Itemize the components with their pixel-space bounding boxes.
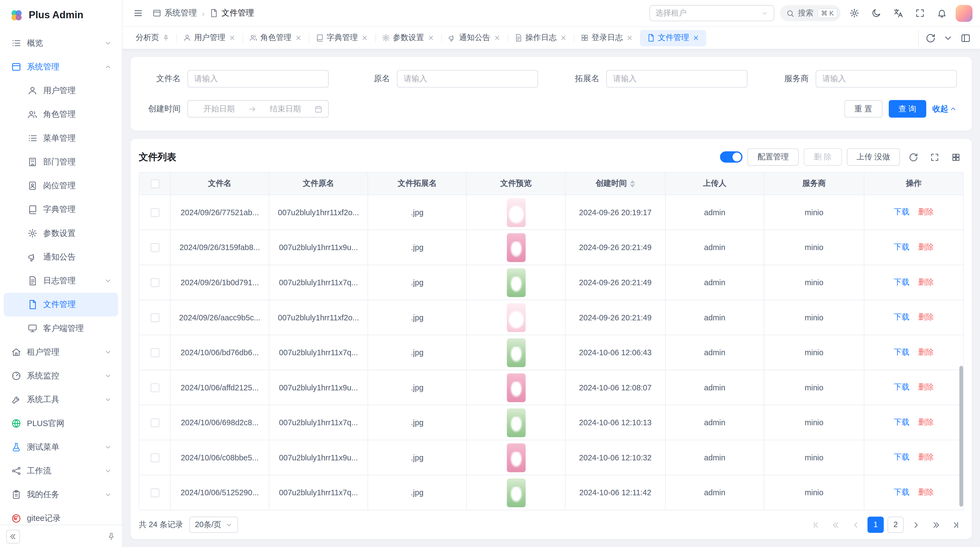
delete-link[interactable]: 删除 [918, 488, 934, 497]
hamburger-button[interactable] [130, 5, 146, 21]
sidebar-item[interactable]: 字典管理 [4, 198, 118, 222]
sidebar-item[interactable]: 概览 [4, 31, 118, 55]
tab-close-or-pin-icon[interactable] [228, 34, 235, 41]
sidebar-item[interactable]: 测试菜单 [4, 435, 118, 459]
tab[interactable]: 分析页 [129, 30, 176, 46]
tab-close-or-pin-icon[interactable] [162, 34, 169, 41]
reset-button[interactable]: 重 置 [845, 100, 882, 117]
global-search[interactable]: 搜索 ⌘ K [780, 5, 841, 21]
prev-page-button[interactable] [848, 517, 864, 533]
sidebar-item[interactable]: PLUS官网 [4, 411, 118, 435]
download-link[interactable]: 下载 [894, 453, 909, 461]
sidebar-item[interactable]: 参数设置 [4, 222, 118, 245]
extension-input[interactable] [606, 70, 748, 88]
tabs-refresh-button[interactable] [923, 30, 939, 46]
tab[interactable]: 文件管理 [640, 30, 706, 46]
language-button[interactable] [890, 5, 906, 21]
row-checkbox[interactable] [150, 313, 159, 322]
tab-close-or-pin-icon[interactable] [560, 34, 566, 41]
settings-button[interactable] [846, 5, 863, 21]
theme-toggle-button[interactable] [868, 5, 885, 21]
tab[interactable]: 操作日志 [507, 30, 573, 46]
delete-link[interactable]: 删除 [918, 453, 934, 461]
tab[interactable]: 通知公告 [441, 30, 507, 46]
tab[interactable]: 参数设置 [375, 30, 441, 46]
sidebar-item[interactable]: 日志管理 [4, 269, 118, 293]
first-page-button[interactable] [807, 517, 824, 533]
upload-button[interactable]: 上传 没做 [846, 148, 900, 166]
tenant-select[interactable]: 选择租户 [649, 5, 774, 21]
original-name-input[interactable] [397, 70, 538, 88]
delete-link[interactable]: 删除 [918, 207, 934, 216]
tab-close-or-pin-icon[interactable] [692, 34, 699, 41]
sidebar-item[interactable]: 工作流 [4, 459, 118, 483]
row-checkbox[interactable] [150, 208, 159, 217]
download-link[interactable]: 下载 [894, 418, 909, 427]
sidebar-item[interactable]: 客户端管理 [4, 317, 118, 340]
tabs-menu-button[interactable] [940, 30, 956, 46]
query-button[interactable]: 查 询 [889, 100, 926, 117]
sidebar-item[interactable]: 菜单管理 [4, 126, 118, 150]
row-checkbox[interactable] [150, 453, 159, 462]
config-management-button[interactable]: 配置管理 [748, 148, 799, 166]
tab-close-or-pin-icon[interactable] [427, 34, 434, 41]
sidebar-item[interactable]: 角色管理 [4, 103, 118, 126]
provider-input[interactable] [816, 70, 957, 88]
delete-link[interactable]: 删除 [918, 383, 934, 391]
tab[interactable]: 字典管理 [309, 30, 375, 46]
select-all-checkbox[interactable] [150, 180, 159, 188]
download-link[interactable]: 下载 [894, 488, 909, 497]
tab-close-or-pin-icon[interactable] [361, 34, 368, 41]
tab-close-or-pin-icon[interactable] [626, 34, 633, 41]
row-checkbox[interactable] [150, 278, 159, 287]
sidebar-item[interactable]: 文件管理 [4, 293, 118, 316]
page-number-button[interactable]: 1 [867, 517, 884, 533]
row-checkbox[interactable] [150, 488, 159, 497]
download-link[interactable]: 下载 [894, 243, 909, 252]
file-preview-thumbnail[interactable] [507, 233, 525, 262]
page-number-button[interactable]: 2 [888, 517, 904, 533]
column-settings-button[interactable] [948, 149, 964, 165]
delete-button[interactable]: 删 除 [804, 148, 842, 166]
file-preview-thumbnail[interactable] [507, 198, 525, 227]
avatar[interactable] [956, 5, 972, 22]
app-logo[interactable]: Plus Admin [0, 0, 122, 30]
file-preview-thumbnail[interactable] [507, 338, 525, 367]
table-refresh-button[interactable] [905, 149, 921, 165]
file-preview-thumbnail[interactable] [507, 443, 525, 472]
row-checkbox[interactable] [150, 348, 159, 357]
breadcrumb-item-system[interactable]: 系统管理 [153, 8, 197, 19]
delete-link[interactable]: 删除 [918, 277, 934, 286]
tab-close-or-pin-icon[interactable] [493, 34, 500, 41]
sidebar-item[interactable]: 通知公告 [4, 245, 118, 269]
download-link[interactable]: 下载 [894, 348, 909, 357]
delete-link[interactable]: 删除 [918, 243, 934, 252]
sidebar-item[interactable]: 用户管理 [4, 79, 118, 102]
collapse-filters-link[interactable]: 收起 [932, 104, 957, 114]
table-fullscreen-button[interactable] [926, 149, 943, 165]
tab[interactable]: 登录日志 [573, 30, 640, 46]
sidebar-item[interactable]: 租户管理 [4, 340, 118, 364]
row-checkbox[interactable] [150, 243, 159, 252]
notifications-button[interactable] [934, 5, 950, 21]
layout-toggle-button[interactable] [958, 30, 974, 46]
tab-close-or-pin-icon[interactable] [295, 34, 302, 41]
file-preview-thumbnail[interactable] [507, 408, 525, 437]
tab[interactable]: 用户管理 [176, 30, 242, 46]
delete-link[interactable]: 删除 [918, 313, 934, 321]
tab[interactable]: 角色管理 [242, 30, 309, 46]
sidebar-item[interactable]: 系统工具 [4, 388, 118, 411]
sidebar-item[interactable]: 系统监控 [4, 364, 118, 388]
last-page-button[interactable] [948, 517, 964, 533]
download-link[interactable]: 下载 [894, 207, 909, 216]
sidebar-item[interactable]: 我的任务 [4, 483, 118, 506]
download-link[interactable]: 下载 [894, 383, 909, 391]
search-panel-toggle[interactable] [720, 152, 743, 163]
date-range-picker[interactable]: 开始日期 结束日期 [188, 100, 329, 117]
file-preview-thumbnail[interactable] [507, 303, 525, 332]
row-checkbox[interactable] [150, 418, 159, 427]
sidebar-pin-icon[interactable] [107, 532, 116, 541]
breadcrumb-item-files[interactable]: 文件管理 [210, 8, 254, 19]
prev-10-pages-button[interactable] [827, 517, 844, 533]
sidebar-item[interactable]: 系统管理 [4, 55, 118, 79]
